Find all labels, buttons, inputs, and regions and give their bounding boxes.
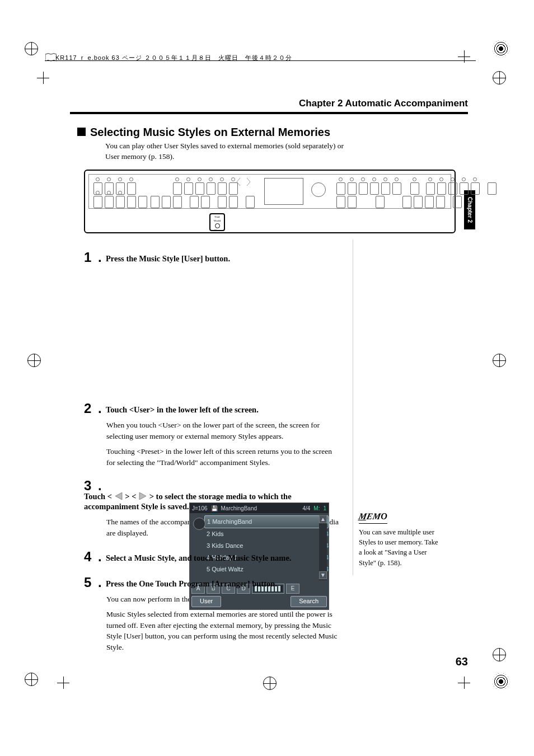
tab-e[interactable]: E xyxy=(286,584,299,594)
list-item[interactable]: 1 MarchingBand 4/4 xyxy=(204,515,329,528)
memo-text: You can save multiple user Styles to use… xyxy=(359,527,440,568)
step-3-num: 3 xyxy=(84,478,98,494)
print-crosshair-br xyxy=(458,677,470,689)
section-bullet xyxy=(77,128,86,136)
step-1-num: 1 xyxy=(84,250,98,265)
scroll-down-icon[interactable]: ▼ xyxy=(319,571,327,579)
panel-diagram: TradWorld User xyxy=(84,170,456,233)
chapter-header: Chapter 2 Automatic Accompaniment xyxy=(70,98,468,109)
screen-dial-icon[interactable] xyxy=(193,518,205,530)
step-1-head: Press the Music Style [User] button. xyxy=(106,254,230,264)
screen-style-list: 1 MarchingBand 4/4 2 Kids 4/4 3 Kids Dan… xyxy=(207,515,329,575)
cmyk-target-tr xyxy=(493,40,509,57)
svg-marker-10 xyxy=(139,492,146,500)
chapter-rule xyxy=(70,112,468,114)
step-4-num: 4 xyxy=(84,549,98,565)
search-button[interactable]: Search xyxy=(291,596,327,607)
left-arrow-icon xyxy=(114,492,123,502)
list-item[interactable]: 2 Kids 4/4 xyxy=(207,528,329,540)
svg-rect-8 xyxy=(278,586,280,591)
steps: 1. Press the Music Style [User] button. … xyxy=(84,240,341,657)
print-crosshair-bl2 xyxy=(57,677,69,689)
cmyk-target-br xyxy=(493,673,509,690)
step-5-num: 5 xyxy=(84,575,98,590)
panel-left-buttons xyxy=(93,182,136,195)
intro-text: You can play other User Styles saved to … xyxy=(105,141,346,162)
step-2: 2. Touch <User> in the lower left of the… xyxy=(84,401,341,468)
panel-inner xyxy=(88,174,451,209)
step-2-num: 2 xyxy=(84,401,98,416)
right-arrow-icon xyxy=(138,492,147,502)
list-item[interactable]: 3 Kids Dance 4/4 xyxy=(207,540,329,552)
print-registration-tl xyxy=(25,42,38,55)
print-registration-ml xyxy=(27,354,41,367)
header-rule xyxy=(45,60,476,61)
scroll-up-icon[interactable]: ▲ xyxy=(319,515,327,523)
panel-dial xyxy=(311,182,326,197)
print-registration-br2 xyxy=(493,648,506,661)
panel-mid-buttons2 xyxy=(151,196,255,208)
panel-mid-buttons xyxy=(173,182,238,195)
panel-right-buttons xyxy=(336,182,496,195)
print-registration-bc xyxy=(263,677,277,690)
chapter-tab: Chapter 2 xyxy=(464,190,475,229)
panel-arrows xyxy=(237,178,250,186)
svg-marker-9 xyxy=(115,492,122,500)
print-crosshair-tl2 xyxy=(37,72,49,84)
memo-sidebar: MEMO You can save multiple user Styles t… xyxy=(359,510,440,568)
screen-scrollbar[interactable]: ▲ ▼ xyxy=(319,515,327,580)
memo-label: MEMO xyxy=(359,510,387,524)
panel-left-buttons2 xyxy=(93,196,147,208)
step-4-head: Select a Music Style, and touch the Musi… xyxy=(106,553,291,563)
step-1: 1. Press the Music Style [User] button. xyxy=(84,250,341,265)
section-title-text: Selecting Music Styles on External Memor… xyxy=(90,126,330,138)
user-button[interactable]: User xyxy=(191,596,221,607)
step-5-head: Press the One Touch Program [Arranger] b… xyxy=(106,579,277,589)
panel-screen xyxy=(264,178,303,205)
panel-user-button-highlight: TradWorld User xyxy=(209,213,225,231)
step-2-body: When you touch <User> on the lower part … xyxy=(106,420,341,468)
list-item[interactable]: 5 Quiet Waltz 4/4 xyxy=(207,564,329,575)
book-icon xyxy=(45,53,57,64)
print-registration-bl xyxy=(25,673,38,686)
section-title: Selecting Music Styles on External Memor… xyxy=(77,126,330,139)
panel-right-buttons2 xyxy=(336,196,462,208)
step-3-head: Touch < > < > to select the storage medi… xyxy=(84,492,341,511)
page-number: 63 xyxy=(456,655,468,668)
step-2-head: Touch <User> in the lower left of the sc… xyxy=(106,405,259,415)
print-registration-tr2 xyxy=(493,71,506,84)
screen-bottom-bar: User Search xyxy=(191,596,327,607)
column-separator xyxy=(353,240,353,575)
print-registration-mr xyxy=(493,354,506,367)
